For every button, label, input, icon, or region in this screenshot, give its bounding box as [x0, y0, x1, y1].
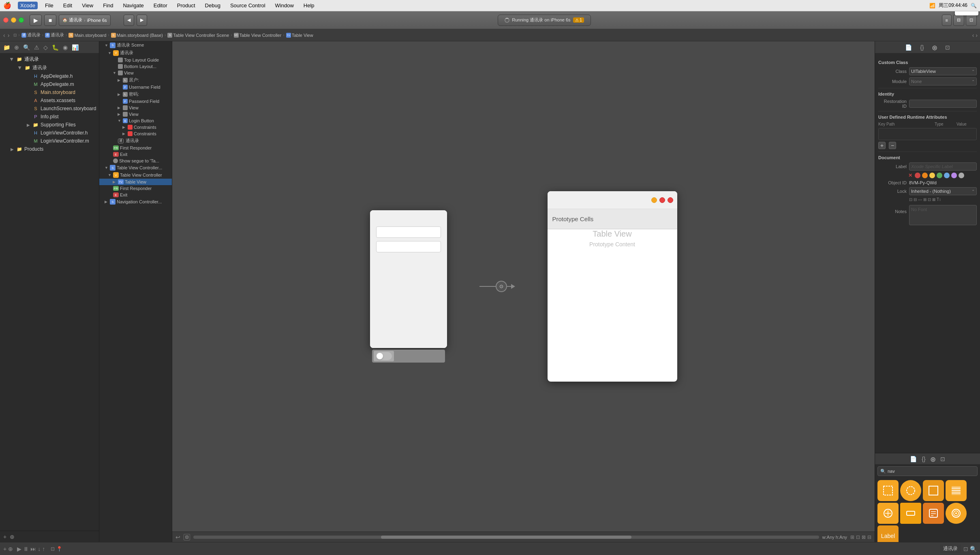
- canvas-view-btn3[interactable]: ⊠: [862, 534, 866, 540]
- menubar-find[interactable]: Find: [101, 2, 116, 9]
- add-file-btn[interactable]: +: [3, 534, 6, 540]
- notes-format-btn1[interactable]: ⊡: [909, 197, 912, 202]
- search-icon[interactable]: 🔍: [971, 3, 977, 9]
- scheme-selector[interactable]: 🏠 通讯录 › iPhone 6s: [59, 15, 111, 26]
- inspector-file-btn[interactable]: 📄: [903, 43, 914, 51]
- breadcrumb-back[interactable]: ‹: [2, 32, 6, 38]
- nav-forward-btn[interactable]: ▶: [137, 15, 147, 26]
- tree-products[interactable]: ▶ 📁 Products: [0, 145, 99, 153]
- tree-infoplist[interactable]: ▶ P Info.plist: [0, 113, 99, 121]
- breadcrumb-forward[interactable]: ›: [7, 32, 11, 38]
- report-nav-icon[interactable]: 📊: [71, 43, 79, 51]
- git-icon[interactable]: ⊕: [13, 43, 20, 51]
- tree-main-storyboard[interactable]: ▶ S Main.storyboard: [0, 88, 99, 96]
- run-button[interactable]: ▶: [30, 15, 42, 26]
- inspector-quick-btn[interactable]: {}: [918, 43, 925, 51]
- lib-item-7[interactable]: [923, 503, 944, 524]
- search-nav-icon[interactable]: 🔍: [22, 43, 31, 51]
- breadcrumb-1[interactable]: 通 通讯录: [21, 32, 41, 38]
- notes-format-btn2[interactable]: ⊟: [914, 197, 917, 202]
- breakpoint-nav-icon[interactable]: ◉: [62, 43, 68, 51]
- view-navigator-btn[interactable]: ≡: [942, 15, 952, 26]
- notes-format-btn4[interactable]: ⊞: [923, 197, 927, 202]
- lock-dropdown[interactable]: Inherited - (Nothing) ⌃: [909, 187, 977, 195]
- outline-first-responder-1[interactable]: FR First Responder: [99, 145, 172, 151]
- color-dot-red[interactable]: [915, 173, 920, 178]
- menubar-editor[interactable]: Editor: [151, 2, 170, 9]
- bt-simulate-btn[interactable]: 📍: [56, 546, 62, 552]
- canvas-content[interactable]: ⊙: [172, 41, 875, 532]
- color-dot-purple[interactable]: [951, 173, 957, 178]
- canvas-fit-btn[interactable]: ⊡: [184, 534, 190, 540]
- bt-pause-btn[interactable]: ⏸: [23, 546, 29, 552]
- module-dropdown[interactable]: None ⌃: [909, 77, 977, 85]
- lib-media-btn[interactable]: ⊡: [940, 456, 945, 462]
- menubar-help[interactable]: Help: [301, 2, 317, 9]
- lib-item-5[interactable]: [877, 503, 899, 524]
- lib-item-4[interactable]: [946, 480, 967, 501]
- tree-launchscreen[interactable]: ▶ S LaunchScreen.storyboard: [0, 105, 99, 113]
- outline-view-2[interactable]: ▶ View: [99, 105, 172, 111]
- canvas-view-btn2[interactable]: ⊡: [856, 534, 860, 540]
- notes-format-btn5[interactable]: ⊡: [928, 197, 931, 202]
- color-remove-btn[interactable]: ✕: [908, 173, 912, 178]
- warning-nav-icon[interactable]: ⚠: [33, 43, 40, 51]
- canvas-view-btn1[interactable]: ⊞: [850, 534, 854, 540]
- outline-tongxunlu-small[interactable]: 通 通讯录: [99, 137, 172, 145]
- outline-tvc[interactable]: ▼ V Table View Controller: [99, 171, 172, 179]
- bt-search-bar-btn[interactable]: 🔍: [970, 546, 977, 552]
- color-dot-gray[interactable]: [959, 173, 964, 178]
- canvas-view-btn4[interactable]: ⊟: [867, 534, 871, 540]
- menubar-window[interactable]: Window: [273, 2, 296, 9]
- menubar-file[interactable]: File: [43, 2, 56, 9]
- color-dot-green[interactable]: [937, 173, 942, 178]
- lib-item-3[interactable]: [923, 480, 944, 501]
- menubar-xcode[interactable]: Xcode: [18, 2, 38, 9]
- minimize-button[interactable]: [11, 17, 16, 23]
- tree-assets[interactable]: ▶ A Assets.xcassets: [0, 96, 99, 105]
- canvas-scrollbar[interactable]: [193, 536, 819, 539]
- outline-tvc-scene[interactable]: ▼ S Table View Controller...: [99, 164, 172, 171]
- outline-exit-1[interactable]: E Exit: [99, 151, 172, 158]
- view-inspector-btn[interactable]: ⊡: [966, 15, 977, 26]
- bt-filter-btn[interactable]: ⊕: [8, 546, 13, 552]
- tree-appdelegate-h[interactable]: ▶ H AppDelegate.h: [0, 72, 99, 80]
- tree-loginvc-m[interactable]: ▶ M LoginViewController.m: [0, 137, 99, 145]
- tree-appdelegate-m[interactable]: ▶ M AppDelegate.m: [0, 80, 99, 88]
- menubar-product[interactable]: Product: [175, 2, 198, 9]
- bt-step-btn[interactable]: ⏭: [30, 546, 36, 552]
- maximize-button[interactable]: [19, 17, 24, 23]
- bt-view-btn[interactable]: ⊡: [963, 546, 968, 552]
- outline-segue[interactable]: Show segue to 'Ta...: [99, 158, 172, 164]
- outline-table-view[interactable]: ▶ TV Table View: [99, 179, 172, 185]
- menubar-debug[interactable]: Debug: [203, 2, 223, 9]
- breadcrumb-6[interactable]: VC Table View Controller: [234, 33, 282, 38]
- folder-icon[interactable]: 📁: [2, 43, 11, 51]
- remove-attr-btn[interactable]: −: [889, 142, 896, 149]
- outline-label-user[interactable]: ▶ L 居户:: [99, 76, 172, 84]
- menubar-view[interactable]: View: [79, 2, 96, 9]
- library-search-input[interactable]: [888, 469, 975, 474]
- lib-objects-btn[interactable]: ◎: [931, 456, 935, 462]
- outline-top-layout[interactable]: Top Layout Guide: [99, 57, 172, 63]
- menubar-edit[interactable]: Edit: [61, 2, 75, 9]
- outline-scene-1[interactable]: ▼ S 通讯录 Scene: [99, 41, 172, 49]
- tree-loginvc-h[interactable]: ▶ H LoginViewController.h: [0, 129, 99, 137]
- outline-password-field[interactable]: F Password Field: [99, 98, 172, 105]
- outline-login-button[interactable]: ▼ B Login Button: [99, 117, 172, 124]
- inspector-attr-btn[interactable]: ⊡: [944, 43, 952, 51]
- nav-next-btn[interactable]: ›: [976, 32, 978, 38]
- notes-textarea[interactable]: No Font: [909, 205, 977, 225]
- doc-label-input[interactable]: Xcode Specific Label: [909, 162, 977, 171]
- test-nav-icon[interactable]: ◇: [43, 43, 49, 51]
- notes-format-btn6[interactable]: ⊠: [932, 197, 935, 202]
- lib-item-1[interactable]: [877, 480, 899, 501]
- view-debug-btn[interactable]: ⊟: [953, 15, 964, 26]
- filter-btn[interactable]: ⊕: [10, 534, 15, 540]
- lib-code-btn[interactable]: {}: [922, 456, 925, 462]
- lib-item-6[interactable]: [900, 503, 921, 524]
- lib-item-8[interactable]: [946, 503, 967, 524]
- lib-item-label[interactable]: Label: [877, 525, 899, 542]
- outline-view-3[interactable]: ▶ View: [99, 111, 172, 117]
- close-button[interactable]: [3, 17, 9, 23]
